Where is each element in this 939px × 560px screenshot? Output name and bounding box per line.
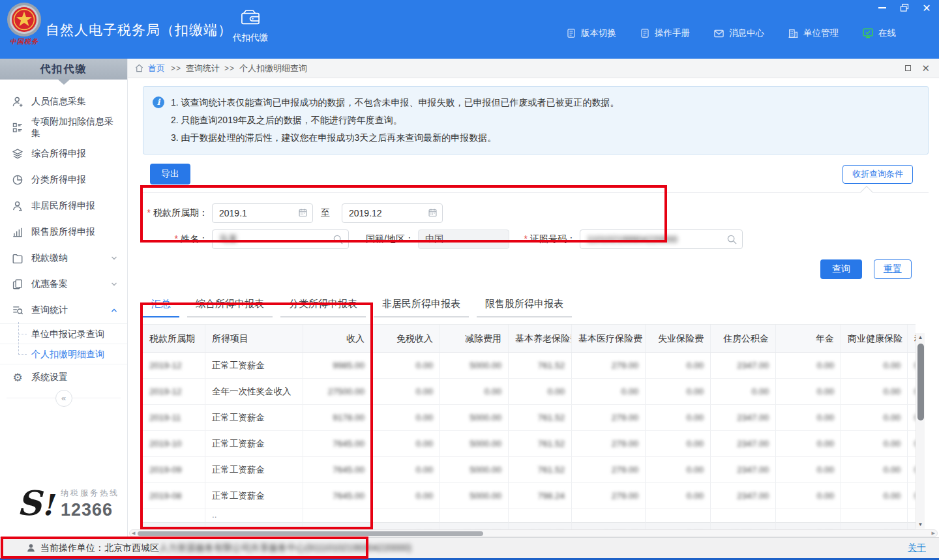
table-row[interactable]: 2019-10正常工资薪金7645.000.005000.00761.52279… [143, 431, 916, 457]
search-icon[interactable] [726, 234, 738, 247]
sidebar-item-comprehensive[interactable]: 综合所得申报 [0, 141, 127, 167]
table-row[interactable]: 2019-12正常工资薪金9985.000.005000.00761.52279… [143, 353, 916, 379]
period-to-value: 2019.12 [349, 208, 382, 218]
maximize-panel-icon[interactable] [905, 65, 911, 71]
table-cell: 正常工资薪金 [205, 405, 303, 431]
table-cell [572, 509, 646, 522]
column-header: 收入 [303, 325, 372, 352]
table-cell: 0.00 [646, 431, 711, 457]
vertical-scrollbar[interactable]: ▲ ▼ [916, 333, 925, 529]
info-icon: i [153, 96, 164, 108]
column-header: 失业保险费 [646, 325, 711, 352]
restore-icon[interactable] [899, 2, 910, 14]
scroll-up-icon[interactable]: ▲ [916, 334, 925, 340]
tab-分类所得申报表[interactable]: 分类所得申报表 [280, 293, 366, 317]
table-cell: 2347.00 [711, 431, 776, 457]
id-number-input[interactable]: 110102199904220000 [580, 229, 743, 249]
table-row[interactable]: 2019-11正常工资薪金9178.000.005000.00761.52279… [143, 405, 916, 431]
table-cell: 0.00 [841, 405, 908, 431]
sidebar-item-query-stats[interactable]: 查询统计 [0, 297, 127, 323]
table-row[interactable]: 2019-12全年一次性奖金收入27500.000.000.000.000.00… [143, 379, 916, 405]
tab-限售股所得申报表[interactable]: 限售股所得申报表 [477, 293, 572, 317]
sidebar-item-restricted-shares[interactable]: 限售股所得申报 [0, 219, 127, 245]
table-cell: 761.52 [509, 431, 572, 457]
table-cell: 正常工资薪金 [205, 431, 303, 457]
vertical-scroll-thumb[interactable] [917, 344, 924, 420]
person-icon [12, 200, 23, 212]
table-cell: 0.00 [841, 379, 908, 405]
table-cell: 7645.00 [303, 483, 372, 509]
table-cell: 2347.00 [711, 457, 776, 483]
tab-综合所得申报表[interactable]: 综合所得申报表 [187, 293, 273, 317]
online-icon [862, 27, 874, 39]
nav-item-version[interactable]: 版本切换 [566, 27, 616, 39]
collapse-filters-button[interactable]: 收折查询条件 [842, 165, 913, 184]
copy-icon [12, 278, 23, 290]
sidebar-menu: 人员信息采集专项附加扣除信息采集综合所得申报分类所得申报非居民所得申报限售股所得… [0, 89, 127, 391]
scroll-right-icon[interactable]: ▶ [932, 530, 935, 537]
sidebar-item-classified[interactable]: 分类所得申报 [0, 167, 127, 193]
sidebar-item-personnel[interactable]: 人员信息采集 [0, 89, 127, 115]
period-from-input[interactable]: 2019.1 [212, 203, 313, 223]
name-input[interactable]: 马某 [212, 229, 349, 249]
collapse-caret [860, 186, 873, 199]
window-controls: ✕ [876, 2, 932, 14]
table-header-row: 税款所属期所得项目收入免税收入减除费用基本养老保险费基本医疗保险费失业保险费住房… [143, 324, 916, 353]
chevron-down-icon [110, 254, 118, 262]
sidebar-item-deduction[interactable]: 专项附加扣除信息采集 [0, 115, 127, 141]
tab-汇总[interactable]: 汇总 [143, 293, 179, 317]
status-bar: 当前操作单位： 北京市西城区 人力资源服务有限公司共享服务中心(91110102… [0, 537, 939, 558]
query-button[interactable]: 查询 [820, 259, 862, 279]
search-icon[interactable] [333, 234, 344, 247]
calendar-icon[interactable] [428, 208, 438, 220]
sidebar-subitem-unit-records[interactable]: 单位申报记录查询 [0, 324, 127, 344]
sidebar-item-tax-payment[interactable]: 税款缴纳 [0, 245, 127, 271]
name-value: 马某 [219, 233, 237, 245]
about-link[interactable]: 关于 [908, 542, 926, 554]
breadcrumb-home-link[interactable]: 首页 [148, 63, 165, 74]
sidebar-item-settings[interactable]: ⚙系统设置 [0, 364, 127, 391]
sidebar-item-label: 查询统计 [31, 304, 68, 316]
wallet-icon [240, 8, 261, 27]
id-number-label: 证照号码： [518, 233, 576, 245]
column-header: 住房公积金 [711, 325, 776, 352]
export-button[interactable]: 导出 [150, 164, 190, 184]
table-row[interactable]: .. [143, 509, 916, 522]
scroll-left-icon[interactable]: ◀ [132, 530, 135, 537]
app-title: 自然人电子税务局（扣缴端） [46, 21, 232, 39]
reset-button[interactable]: 重置 [874, 259, 912, 279]
scroll-down-icon[interactable]: ▼ [916, 522, 925, 527]
nav-item-messages[interactable]: 消息中心 [713, 27, 764, 39]
close-panel-icon[interactable]: ✕ [921, 63, 930, 73]
nationality-input: 中国 [418, 229, 509, 249]
nav-item-org[interactable]: 单位管理 [788, 27, 839, 39]
period-to-input[interactable]: 2019.12 [342, 203, 443, 223]
horizontal-scrollbar[interactable]: ◀ ▶ [129, 529, 938, 537]
minimize-icon[interactable] [876, 2, 888, 14]
period-to-label: 至 [321, 207, 330, 219]
table-cell: 0.00 [908, 405, 916, 431]
calendar-icon[interactable] [298, 208, 308, 220]
table-row[interactable]: 2019-09正常工资薪金7645.000.005000.00761.52279… [143, 457, 916, 483]
sidebar-item-preference[interactable]: 优惠备案 [0, 271, 127, 297]
table-cell [646, 509, 711, 522]
sidebar-subitem-personal-detail[interactable]: 个人扣缴明细查询 [0, 344, 127, 364]
column-header: 税款所属期 [143, 325, 205, 352]
sidebar-item-nonresident[interactable]: 非居民所得申报 [0, 193, 127, 219]
hotline-mascot-icon: S! [17, 488, 54, 520]
hotline-logo: S! 纳税服务热线 12366 [17, 488, 119, 520]
table-row[interactable]: 2019-08正常工资薪金7645.000.005000.00798.24279… [143, 483, 916, 509]
nav-item-manual[interactable]: 操作手册 [640, 27, 690, 39]
horizontal-scroll-thumb[interactable] [138, 531, 483, 536]
chevron-down-icon [110, 280, 118, 288]
collapse-sidebar-button[interactable]: « [55, 390, 72, 407]
module-tab-daikoudaijiao[interactable]: 代扣代缴 [227, 8, 274, 44]
nav-item-online[interactable]: 在线 [862, 27, 896, 39]
table-cell: 0.00 [776, 457, 841, 483]
nav-item-label: 在线 [878, 27, 896, 39]
close-icon[interactable]: ✕ [921, 2, 932, 14]
sidebar-item-label: 专项附加扣除信息采集 [31, 116, 118, 140]
person-add-icon [12, 96, 23, 108]
tab-非居民所得申报表[interactable]: 非居民所得申报表 [374, 293, 469, 317]
table-cell: 0.00 [372, 483, 440, 509]
